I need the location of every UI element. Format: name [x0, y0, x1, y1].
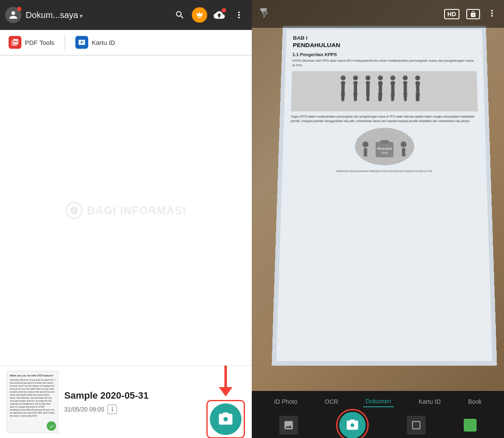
chapter-label: BAB I [293, 35, 476, 41]
premium-button[interactable] [192, 7, 207, 23]
avatar-icon[interactable] [5, 7, 21, 23]
camera-more-button[interactable] [487, 8, 497, 20]
left-panel: Dokum...saya▾ PDF Tools Kartu ID [0, 0, 252, 438]
pdf-tools-icon [9, 36, 21, 49]
illustration-figures [291, 71, 478, 111]
camera-button-container[interactable] [206, 400, 245, 438]
search-button[interactable] [172, 7, 188, 23]
doc-name: Sample 2020-05-31 [64, 390, 200, 401]
overlay-button[interactable] [407, 416, 426, 435]
footer-text: PANDUAN PELAKSANAAN PEMUNGUTAN DAN PENGH… [289, 170, 480, 172]
document-page-simulation: BAB I PENDAHULUAN 1.1 Pengertian KPPS KP… [276, 30, 492, 361]
camera-top-left [259, 7, 271, 21]
top-bar: Dokum...saya▾ [0, 0, 252, 30]
watermark-text: BAGI INFORMASI [87, 204, 186, 217]
mode-tab-id-photo[interactable]: ID Photo [271, 397, 300, 407]
cloud-upload-button[interactable] [212, 7, 227, 23]
svg-point-24 [390, 76, 395, 80]
arrow-head [219, 387, 233, 397]
cloud-notification-dot [222, 8, 226, 12]
arrow-line [224, 366, 227, 387]
chapter-title: PENDAHULUAN [292, 41, 476, 48]
svg-point-12 [365, 76, 370, 80]
hd-badge[interactable]: HD [444, 9, 459, 19]
content-area: BAGI INFORMASI [0, 56, 252, 365]
doc-date: 31/05/20 09:05 [64, 406, 104, 413]
doc-info: Sample 2020-05-31 31/05/20 09:05 1 [64, 390, 200, 414]
green-status-indicator [464, 419, 477, 432]
section1-body: KPPS dibentuk oleh PPS atas nama KPU Kab… [292, 59, 477, 68]
camera-top-right: HD [444, 8, 497, 20]
gallery-button[interactable] [279, 416, 298, 435]
svg-rect-44 [380, 140, 389, 144]
thumbnail-body: Scanning: What do it if you want to sear… [10, 379, 55, 417]
document-on-table: BAB I PENDAHULUAN 1.1 Pengertian KPPS KP… [271, 26, 497, 366]
svg-text:PILKADA: PILKADA [377, 147, 392, 151]
section1-title: 1.1 Pengertian KPPS [292, 52, 476, 57]
doc-date-row: 31/05/20 09:05 1 [64, 405, 200, 414]
svg-point-49 [400, 142, 406, 148]
watermark: BAGI INFORMASI [66, 202, 186, 219]
svg-point-36 [415, 76, 420, 80]
svg-point-6 [353, 76, 358, 80]
doc-thumbnail[interactable]: What can you do with OCR feature? Scanni… [7, 371, 58, 433]
more-options-button[interactable] [231, 7, 247, 23]
svg-text:2018: 2018 [381, 151, 388, 154]
svg-point-47 [362, 142, 368, 148]
svg-point-18 [378, 76, 383, 80]
doc-check-icon [47, 421, 56, 431]
camera-capture-button[interactable] [210, 403, 242, 435]
camera-controls [252, 412, 504, 438]
notification-dot [17, 7, 21, 11]
toolbar-tabs: PDF Tools Kartu ID [0, 30, 252, 56]
svg-rect-50 [402, 148, 405, 157]
svg-rect-48 [364, 148, 367, 157]
document-bottom-bar: What can you do with OCR feature? Scanni… [0, 365, 252, 438]
doc-thumbnail-content: What can you do with OCR feature? Scanni… [7, 371, 58, 420]
camera-top-bar: HD [252, 0, 504, 28]
tab-pdf-tools[interactable]: PDF Tools [7, 33, 56, 52]
lock-badge[interactable] [466, 9, 480, 19]
tab-kartu-id[interactable]: Kartu ID [74, 33, 117, 52]
right-panel: HD BAB I PENDAHULUAN 1.1 Pengertian KPPS… [252, 0, 504, 438]
arrow-camera-container [206, 366, 245, 438]
red-down-arrow [219, 366, 233, 397]
kartu-id-icon [75, 36, 88, 49]
mode-tab-kartu-id[interactable]: Kartu ID [416, 397, 443, 407]
pdf-tools-label: PDF Tools [25, 39, 54, 46]
watermark-logo [66, 202, 83, 219]
mode-tab-dokumen[interactable]: Dokumen [363, 396, 394, 407]
svg-point-0 [340, 76, 346, 80]
app-title: Dokum...saya▾ [26, 10, 168, 20]
thumbnail-title: What can you do with OCR feature? [10, 374, 55, 377]
camera-bottom-nav: ID Photo OCR Dokumen Kartu ID Book [252, 391, 504, 438]
camera-viewfinder: BAB I PENDAHULUAN 1.1 Pengertian KPPS KP… [252, 0, 504, 391]
mode-tab-ocr[interactable]: OCR [322, 397, 341, 407]
tab-divider [65, 35, 65, 50]
shutter-button[interactable] [339, 412, 366, 438]
section2-body: Tugas KPPS dalam melaksanakan pemungutan… [290, 115, 478, 123]
doc-page-badge: 1 [107, 405, 117, 414]
svg-point-30 [403, 76, 408, 80]
mode-tabs: ID Photo OCR Dokumen Kartu ID Book [252, 391, 504, 412]
kartu-id-label: Kartu ID [92, 39, 115, 46]
mode-tab-book[interactable]: Book [465, 397, 484, 407]
shutter-button-container[interactable] [336, 409, 369, 438]
flash-off-icon[interactable] [259, 7, 271, 21]
